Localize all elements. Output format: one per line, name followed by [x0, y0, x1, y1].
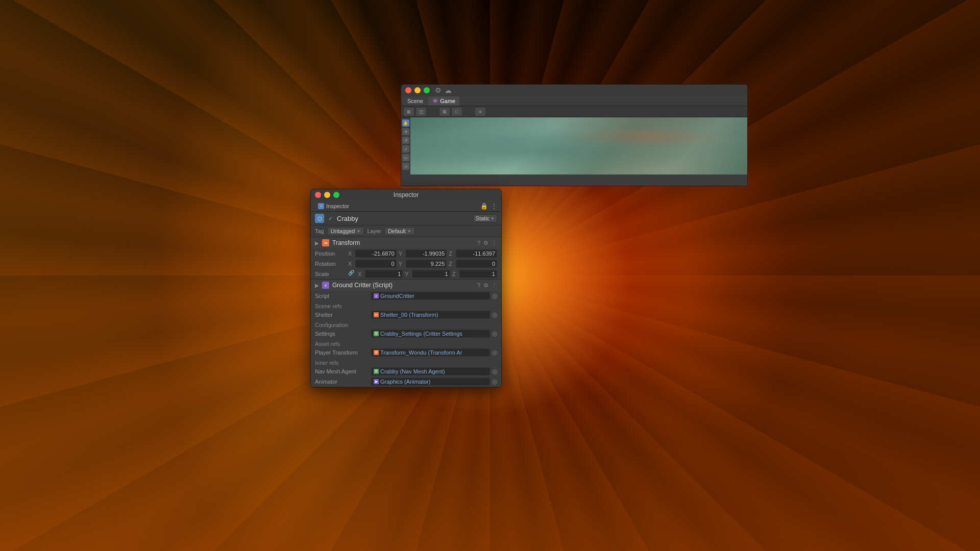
script-ref-picker[interactable]: ◎ — [492, 292, 497, 299]
script-more[interactable]: ⋮ — [492, 282, 497, 289]
nav-mesh-row: Nav Mesh Agent ⚙ Crabby (Nav Mesh Agent)… — [311, 366, 501, 377]
inner-refs-header: Inner refs — [311, 358, 501, 366]
position-z-field: Z -11.6397 — [449, 249, 497, 258]
player-transform-value: ⚙ Transform_Wondu (Transform Ar ◎ — [371, 348, 497, 357]
settings-label: Settings — [315, 331, 371, 337]
settings-value: ⚙ Crabby_Settings (Critter Settings ◎ — [371, 330, 497, 338]
settings-ref-picker[interactable]: ◎ — [492, 330, 497, 337]
nav-mesh-picker[interactable]: ◎ — [492, 368, 497, 375]
transform-actions: ? ⚙ ⋮ — [477, 240, 497, 246]
player-ref[interactable]: ⚙ Transform_Wondu (Transform Ar — [371, 348, 490, 357]
pos-x-value[interactable]: -21.6870 — [355, 249, 397, 258]
nav-mesh-ref[interactable]: ⚙ Crabby (Nav Mesh Agent) — [371, 367, 490, 375]
object-name[interactable]: Crabby — [337, 215, 469, 222]
rot-z-value[interactable]: 0 — [456, 260, 497, 268]
inspector-minimize[interactable] — [324, 192, 330, 198]
tab-scene[interactable]: Scene — [403, 96, 427, 106]
rot-y-value[interactable]: 9.225 — [406, 260, 447, 268]
pos-y-value[interactable]: -1.99035 — [406, 249, 447, 258]
pos-z-value[interactable]: -11.6397 — [456, 249, 497, 258]
minimize-button[interactable] — [414, 87, 421, 93]
shelter-ref-picker[interactable]: ◎ — [492, 311, 497, 318]
position-y-field: Y -1.99035 — [399, 249, 447, 258]
rotation-label: Rotation — [315, 261, 348, 267]
shelter-ref-icon: ⇔ — [374, 312, 379, 317]
script-field-row: Script # GroundCritter ◎ — [311, 291, 501, 301]
inspector-actions: 🔒 ⋮ — [480, 203, 497, 210]
scl-z-value[interactable]: 1 — [459, 270, 497, 278]
more-options-icon[interactable]: ⋮ — [491, 203, 497, 210]
unity-titlebar: ⚙ ☁ — [401, 85, 747, 96]
toolbar-btn-2[interactable]: ◫ — [415, 107, 427, 116]
cloud-icon: ☁ — [445, 86, 452, 94]
scene-refs-header: Scene refs — [311, 301, 501, 310]
inspector-tab[interactable]: i Inspector — [315, 202, 352, 211]
inspector-close[interactable] — [315, 192, 321, 198]
scene-tab-label: Scene — [407, 98, 423, 104]
tool-scale[interactable]: ⤢ — [402, 145, 409, 153]
animator-ref-text: Graphics (Animator) — [380, 379, 430, 385]
shelter-value: ⇔ Shelter_00 (Transform) ◎ — [371, 311, 497, 319]
tool-transform[interactable]: ⊹ — [402, 163, 409, 170]
scale-lock-icon[interactable]: 🔗 — [348, 270, 354, 278]
close-button[interactable] — [405, 87, 411, 93]
layer-dropdown[interactable]: Default ▼ — [384, 227, 415, 235]
position-x-field: X -21.6870 — [348, 249, 397, 258]
transform-more[interactable]: ⋮ — [492, 240, 497, 246]
animator-ref[interactable]: ▶ Graphics (Animator) — [371, 378, 490, 386]
layer-label: Layer — [367, 228, 381, 234]
tool-rect[interactable]: ▭ — [402, 154, 409, 161]
rot-x-value[interactable]: 0 — [355, 260, 397, 268]
animator-label: Animator — [315, 379, 371, 385]
rot-z-label: Z — [449, 261, 455, 267]
inspector-maximize[interactable] — [333, 192, 339, 198]
script-icon: # — [322, 282, 329, 289]
animator-picker[interactable]: ◎ — [492, 378, 497, 385]
transform-icon: ⇔ — [322, 239, 329, 246]
toolbar-btn-1[interactable]: ⊞ — [403, 107, 414, 116]
script-ref-text: GroundCritter — [380, 293, 414, 299]
inspector-tab-bar: i Inspector 🔒 ⋮ — [311, 201, 501, 212]
shelter-ref[interactable]: ⇔ Shelter_00 (Transform) — [371, 311, 490, 319]
transform-collapse[interactable]: ▶ — [315, 240, 319, 246]
inspector-tab-label: Inspector — [326, 203, 349, 209]
position-fields: X -21.6870 Y -1.99035 Z -11.6397 — [348, 249, 497, 258]
tab-game[interactable]: 👾 Game — [428, 96, 459, 106]
scl-x-value[interactable]: 1 — [365, 270, 403, 278]
static-dropdown[interactable]: Static ▼ — [473, 214, 497, 222]
lock-icon[interactable]: 🔒 — [480, 203, 488, 210]
unity-toolbar-row: ⊞ ◫ ⊞ □ ≡ — [401, 106, 747, 117]
player-ref-picker[interactable]: ◎ — [492, 349, 497, 356]
maximize-button[interactable] — [424, 87, 430, 93]
tag-layer-row: Tag Untagged ▼ Layer Default ▼ — [311, 226, 501, 237]
toolbar-btn-5[interactable]: ≡ — [475, 107, 486, 116]
enabled-checkbox[interactable]: ✓ — [328, 215, 333, 222]
toolbar-btn-3[interactable]: ⊞ — [439, 107, 450, 116]
transform-help[interactable]: ? — [477, 240, 480, 246]
unity-icon: ⚙ — [435, 86, 442, 94]
toolbar-btn-4[interactable]: □ — [451, 107, 462, 116]
player-ref-icon: ⚙ — [374, 350, 379, 355]
transform-settings[interactable]: ⚙ — [483, 240, 488, 246]
script-ref-icon: # — [374, 293, 379, 298]
scl-y-value[interactable]: 1 — [412, 270, 450, 278]
script-settings[interactable]: ⚙ — [483, 282, 488, 289]
tag-dropdown[interactable]: Untagged ▼ — [327, 227, 364, 235]
unity-scene-area: ✋ ✛ ↺ ⤢ ▭ ⊹ — [401, 117, 747, 174]
settings-ref-text: Crabby_Settings (Critter Settings — [380, 331, 462, 337]
script-name: Ground Critter (Script) — [332, 282, 474, 289]
unity-editor-window: ⚙ ☁ Scene 👾 Game ⊞ ◫ ⊞ □ ≡ ✋ ✛ ↺ ⤢ ▭ ⊹ — [401, 84, 748, 186]
nav-mesh-value: ⚙ Crabby (Nav Mesh Agent) ◎ — [371, 367, 497, 375]
rotation-y-field: Y 9.225 — [399, 260, 447, 268]
settings-ref-icon: ⚙ — [374, 331, 379, 336]
script-help[interactable]: ? — [477, 282, 480, 288]
script-collapse[interactable]: ▶ — [315, 283, 319, 288]
tool-hand[interactable]: ✋ — [402, 119, 409, 127]
tool-rotate[interactable]: ↺ — [402, 137, 409, 144]
settings-ref[interactable]: ⚙ Crabby_Settings (Critter Settings — [371, 330, 490, 338]
tool-move[interactable]: ✛ — [402, 128, 409, 135]
inspector-panel: Inspector i Inspector 🔒 ⋮ ⬡ ✓ Crabby Sta… — [310, 189, 502, 388]
script-ref[interactable]: # GroundCritter — [371, 292, 490, 300]
settings-row: Settings ⚙ Crabby_Settings (Critter Sett… — [311, 329, 501, 339]
rotation-x-field: X 0 — [348, 260, 397, 268]
